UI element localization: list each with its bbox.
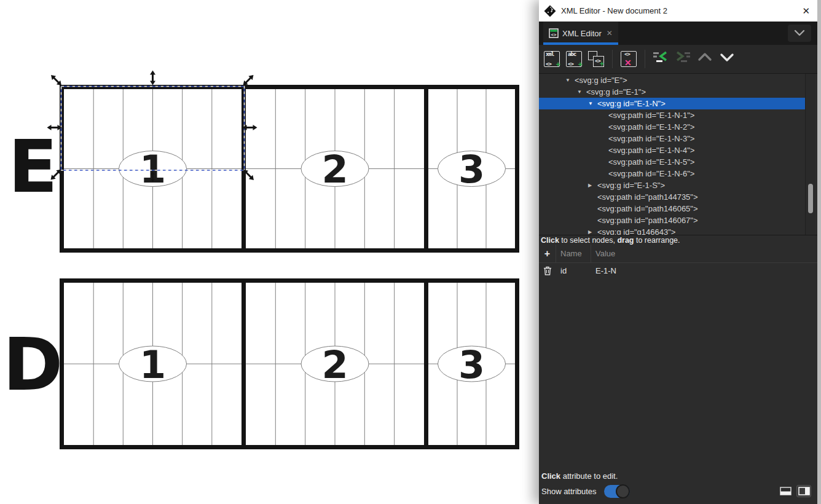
- tree-node[interactable]: <svg:path id="E-1-N-2">: [539, 121, 805, 133]
- xml-toolbar: xml <> + abc <> + <>+ <> ✕: [539, 45, 817, 74]
- tree-node[interactable]: <svg:path id="path144735">: [539, 191, 805, 203]
- xml-editor-dialog: XML Editor - New document 2 ✕ <> XML Edi…: [539, 0, 817, 504]
- node-label: <svg:path id="E-1-N-5">: [608, 157, 694, 167]
- delete-x-icon: ✕: [624, 58, 632, 68]
- tag-icon: <>: [624, 51, 630, 57]
- node-label: <svg:g id="E-1">: [586, 87, 646, 96]
- dialog-footer: Show attributes: [539, 482, 817, 500]
- node-label: <svg:path id="path146065">: [597, 204, 698, 213]
- unindent-node-button[interactable]: [653, 50, 670, 68]
- attr-name-header: Name: [556, 245, 591, 262]
- new-element-node-button[interactable]: xml <> +: [543, 50, 560, 68]
- drawing-canvas[interactable]: 1 2 3 E: [0, 0, 539, 504]
- new-text-node-button[interactable]: abc <> +: [565, 50, 583, 68]
- layout-buttons: [778, 485, 811, 497]
- add-attribute-button[interactable]: +: [539, 245, 556, 262]
- node-label: <svg:path id="E-1-N-4">: [608, 146, 694, 155]
- indent-node-button[interactable]: [675, 50, 692, 68]
- attribute-row[interactable]: id E-1-N: [539, 263, 817, 278]
- tree-node[interactable]: <svg:path id="path146067">: [539, 215, 805, 226]
- dialog-title: XML Editor - New document 2: [561, 6, 667, 15]
- panel-number: 2: [321, 342, 348, 387]
- tree-node-selected[interactable]: <svg:g id="E-1-N">: [539, 98, 805, 109]
- scale-handle-nw[interactable]: [49, 73, 63, 87]
- grid-row-d[interactable]: 1 2 3 D: [3, 278, 519, 449]
- tab-overflow-button[interactable]: [788, 25, 811, 42]
- delete-node-button[interactable]: <> ✕: [620, 50, 637, 68]
- attributes-header: + Name Value: [539, 245, 817, 263]
- tree-node[interactable]: <svg:g id="g146643">: [539, 226, 805, 235]
- node-label: <svg:path id="path144735">: [597, 192, 698, 202]
- duplicate-node-button[interactable]: <>+: [587, 50, 605, 68]
- xml-node-tree[interactable]: <svg:g id="E"> <svg:g id="E-1"> <svg:g i…: [539, 74, 817, 235]
- tag-icon: <>: [568, 61, 573, 67]
- attr-name[interactable]: id: [556, 266, 591, 275]
- expander-icon[interactable]: [564, 77, 575, 83]
- close-icon[interactable]: ✕: [802, 6, 810, 15]
- tag-icon: <>: [546, 61, 551, 67]
- trash-icon: [543, 266, 552, 275]
- icon-text: xml: [546, 51, 554, 57]
- expander-icon[interactable]: [576, 89, 586, 95]
- attr-value[interactable]: E-1-N: [591, 266, 817, 275]
- tab-close-icon[interactable]: ✕: [607, 29, 613, 37]
- delete-attribute-button[interactable]: [539, 266, 556, 275]
- attribute-hint-text: Click attribute to edit.: [539, 470, 817, 482]
- tree-scrollbar-thumb[interactable]: [808, 184, 813, 213]
- attributes-empty-area: [539, 278, 817, 470]
- tab-xml-editor[interactable]: <> XML Editor ✕: [543, 22, 618, 45]
- panel-number: 3: [458, 342, 485, 387]
- horizontal-layout-button[interactable]: [778, 485, 793, 497]
- tree-hint-text: Click to select nodes, drag to rearrange…: [539, 235, 817, 245]
- move-node-up-button[interactable]: [697, 50, 714, 68]
- vertical-layout-button[interactable]: [796, 485, 811, 497]
- inkscape-logo-icon: [544, 5, 556, 17]
- indent-icon: [675, 50, 691, 64]
- expander-icon[interactable]: [587, 183, 597, 188]
- dialog-titlebar[interactable]: XML Editor - New document 2 ✕: [539, 0, 817, 22]
- horizontal-split-icon: [780, 487, 792, 495]
- chevron-down-icon: [794, 30, 805, 37]
- dialog-tabbar: <> XML Editor ✕: [539, 22, 817, 45]
- node-label: <svg:g id="g146643">: [597, 227, 675, 235]
- tree-node[interactable]: <svg:path id="path146065">: [539, 203, 805, 215]
- expander-icon[interactable]: [587, 101, 597, 106]
- node-label: <svg:path id="E-1-N-3">: [608, 134, 694, 143]
- icon-text: abc: [568, 51, 576, 57]
- tree-node[interactable]: <svg:g id="E">: [539, 74, 805, 86]
- tree-node[interactable]: <svg:g id="E-1-S">: [539, 179, 805, 191]
- host-window-edge: [817, 0, 821, 504]
- expander-icon[interactable]: [587, 229, 597, 235]
- attr-value-header: Value: [591, 249, 817, 258]
- icon-front-square: <>+: [593, 56, 604, 67]
- tree-scrollbar-track[interactable]: [805, 74, 815, 235]
- row-label-e[interactable]: E: [8, 124, 58, 209]
- toggle-knob[interactable]: [616, 484, 630, 498]
- node-label: <svg:path id="E-1-N-2">: [608, 122, 694, 132]
- tree-node[interactable]: <svg:path id="E-1-N-1">: [539, 109, 805, 121]
- show-attributes-toggle[interactable]: [604, 485, 630, 498]
- grid-row-e[interactable]: 1 2 3 E: [8, 85, 519, 253]
- svg-text:<>: <>: [551, 32, 557, 37]
- vertical-split-icon: [798, 487, 810, 495]
- plus-icon: +: [578, 60, 583, 69]
- panel-number: 1: [139, 342, 166, 387]
- move-node-down-button[interactable]: [719, 50, 736, 68]
- toolbar-separator: [645, 50, 645, 68]
- unindent-icon: [653, 50, 669, 64]
- tree-node[interactable]: <svg:g id="E-1">: [539, 86, 805, 98]
- tree-node[interactable]: <svg:path id="E-1-N-4">: [539, 144, 805, 156]
- tab-label: XML Editor: [562, 29, 602, 38]
- show-attributes-label: Show attributes: [541, 487, 597, 496]
- node-label: <svg:g id="E">: [575, 76, 627, 85]
- tree-node[interactable]: <svg:path id="E-1-N-5">: [539, 156, 805, 168]
- row-label-d[interactable]: D: [3, 322, 63, 407]
- scale-handle-n[interactable]: [150, 71, 155, 85]
- inkscape-canvas-svg[interactable]: 1 2 3 E: [0, 0, 539, 504]
- tree-node[interactable]: <svg:path id="E-1-N-3">: [539, 133, 805, 144]
- panel-number: 3: [458, 147, 485, 192]
- plus-icon: +: [600, 60, 604, 68]
- tree-node[interactable]: <svg:path id="E-1-N-6">: [539, 168, 805, 179]
- xml-editor-tab-icon: <>: [549, 28, 559, 38]
- tree-rows: <svg:g id="E"> <svg:g id="E-1"> <svg:g i…: [539, 74, 805, 235]
